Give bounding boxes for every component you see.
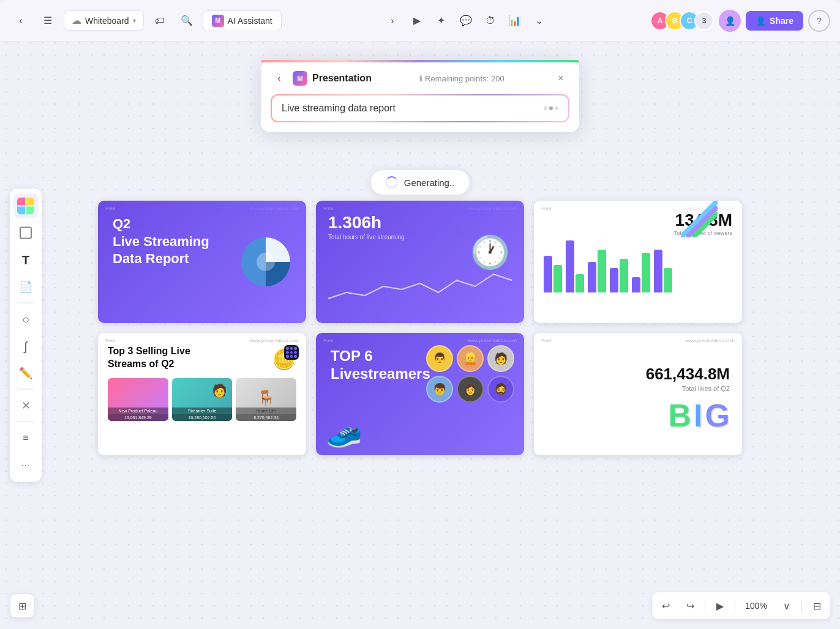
bottom-bar: ⊞ ↩ ↪ ▶ 100% ∨ ⊟ [0, 592, 840, 619]
thumb-3-label: Home Life [236, 408, 296, 414]
panel-logo: M [293, 71, 307, 86]
bar-1b [553, 265, 562, 292]
slide-2-url: www.presentation.com [468, 206, 517, 211]
slide-1-url: www.presentation.com [250, 206, 299, 211]
slide-6-content: Free www.presentation.com 661,434.8M Tot… [534, 333, 742, 455]
slide-6[interactable]: Free www.presentation.com 661,434.8M Tot… [534, 333, 742, 455]
bar-2b [576, 274, 584, 292]
frame-tool[interactable] [13, 221, 38, 245]
panel-accent-bar [261, 60, 579, 62]
slide-4[interactable]: Free www.presentation.com Top 3 Selling … [98, 333, 306, 455]
letter-i: I [694, 397, 702, 434]
more-tool[interactable]: ··· [13, 453, 38, 477]
whiteboard-dropdown[interactable]: ☁ Whiteboard ▾ [64, 10, 144, 31]
redo-icon: ↪ [686, 600, 694, 612]
thumb-2-label: Streamer Suite [172, 408, 233, 414]
help-button[interactable]: ? [808, 10, 830, 32]
minimap-button[interactable]: ⊞ [10, 594, 34, 618]
bar-4b [620, 259, 628, 292]
fit-page-button[interactable]: ⊟ [806, 595, 828, 617]
list-icon: ≡ [23, 433, 28, 444]
expand-button[interactable]: › [381, 10, 403, 32]
more-center-button[interactable]: ⌄ [528, 10, 550, 32]
panel-close-button[interactable]: × [552, 70, 569, 87]
back-button[interactable]: ‹ [10, 10, 32, 32]
ai-assistant-button[interactable]: M AI Assistant [203, 10, 282, 31]
play-button[interactable]: ▶ [406, 10, 428, 32]
slide-5-label: Free [323, 338, 333, 343]
tag-button[interactable]: 🏷 [149, 10, 171, 32]
separator-3 [801, 600, 802, 612]
slide-5[interactable]: Free www.presentation.com TOP 6Livestrea… [316, 333, 524, 455]
slide-3[interactable]: Free www.presentation.com 134.8M Total n… [534, 201, 742, 323]
slide-6-label-text: Total likes of Q2 [546, 385, 730, 392]
current-user-avatar: 👤 [719, 10, 741, 32]
panel-back-button[interactable]: ‹ [271, 70, 288, 87]
avatar-grid: 👨 👱 🧑 👦 👩 🧔 [426, 345, 514, 403]
slide-1-content: Free www.presentation.com Q2Live Streami… [98, 201, 306, 323]
bar-6b [664, 268, 672, 292]
livestreamer-3: 🧑 [487, 345, 514, 372]
text-tool[interactable]: T [13, 248, 38, 272]
minimap-icon: ⊞ [18, 600, 26, 612]
presentation-panel: ‹ M Presentation ℹ Remaining points: 200… [261, 60, 579, 132]
share-icon: 👤 [756, 16, 766, 26]
ai-logo: M [212, 15, 224, 27]
slide-4-title: Top 3 Selling LiveStreams of Q2 [108, 345, 296, 371]
undo-button[interactable]: ↩ [654, 595, 677, 617]
search-button[interactable]: 🔍 [176, 10, 198, 32]
text-icon: T [22, 253, 29, 267]
prompt-input-wrapper: Live streaming data report [271, 94, 569, 122]
present-icon: ▶ [716, 600, 724, 612]
bar-6a [654, 250, 662, 292]
redo-button[interactable]: ↪ [679, 595, 701, 617]
prompt-input-text[interactable]: Live streaming data report [282, 103, 396, 114]
share-button[interactable]: 👤 Share [746, 11, 803, 31]
dot-2 [549, 106, 553, 110]
palette-icon [17, 198, 34, 215]
ai-label: AI Assistant [228, 16, 272, 26]
info-icon: ℹ [419, 74, 422, 83]
dot-1 [544, 106, 547, 110]
bar-3a [588, 262, 596, 292]
cursor-button[interactable]: ✦ [430, 10, 452, 32]
livestreamer-2: 👱 [457, 345, 484, 372]
tool-divider-1 [17, 303, 34, 303]
menu-button[interactable]: ☰ [37, 10, 59, 32]
zoom-level[interactable]: 100% [739, 598, 773, 613]
present-button[interactable]: ▶ [709, 595, 731, 617]
slide-6-number: 661,434.8M [546, 365, 730, 384]
shape-tool[interactable]: ○ [13, 307, 38, 332]
panel-info: ℹ Remaining points: 200 [419, 74, 504, 83]
note-tool[interactable]: 📄 [13, 275, 38, 299]
slide-4-label: Free [105, 338, 115, 343]
undo-icon: ↩ [662, 600, 670, 612]
palette-tool[interactable] [13, 194, 38, 218]
chart-button[interactable]: 📊 [504, 10, 526, 32]
thumb-1-label: New Product Paleau [108, 408, 168, 414]
livestreamer-1: 👨 [426, 345, 453, 372]
slide-2-content: Free www.presentation.com 1.306h Total h… [316, 201, 524, 323]
letter-b: B [669, 397, 692, 434]
collaborators: A B C 3 [650, 11, 714, 31]
panel-title: Presentation [312, 73, 372, 84]
connector-tool[interactable]: ✕ [13, 393, 38, 418]
frame-icon [20, 227, 32, 239]
curve-tool[interactable]: ∫ [13, 334, 38, 359]
pen-tool[interactable]: ✏️ [13, 361, 38, 385]
thumb-1: New Product Paleau 13,081,849.29 [108, 378, 168, 421]
list-tool[interactable]: ≡ [13, 426, 38, 450]
comment-button[interactable]: 💬 [455, 10, 477, 32]
slide-1[interactable]: Free www.presentation.com Q2Live Streami… [98, 201, 306, 323]
toolbar-center: › ▶ ✦ 💬 ⏱ 📊 ⌄ [381, 10, 550, 32]
bar-group-1 [544, 256, 562, 292]
generating-label: Generating.. [404, 177, 455, 188]
main-canvas: T 📄 ○ ∫ ✏️ ✕ ≡ ··· ‹ M [0, 42, 840, 629]
zoom-dropdown-button[interactable]: ∨ [776, 595, 798, 617]
slide-5-url: www.presentation.com [468, 338, 517, 343]
timer-button[interactable]: ⏱ [479, 10, 501, 32]
svg-line-4 [687, 207, 718, 237]
slide-2[interactable]: Free www.presentation.com 1.306h Total h… [316, 201, 524, 323]
bar-group-4 [610, 259, 628, 292]
pen-icon: ✏️ [19, 367, 32, 380]
